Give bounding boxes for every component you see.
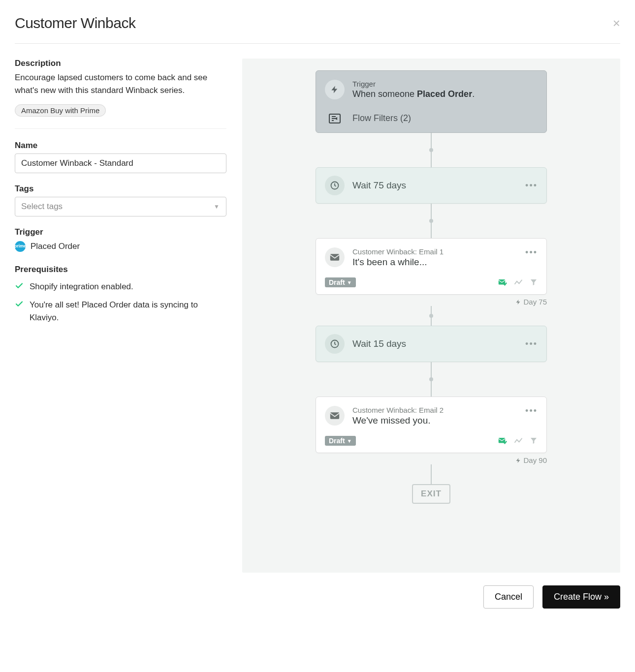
clock-icon bbox=[325, 334, 345, 354]
more-button[interactable]: ••• bbox=[525, 339, 538, 349]
name-field-group: Name bbox=[15, 141, 226, 173]
close-button[interactable]: × bbox=[613, 17, 620, 30]
flow-wait-card[interactable]: Wait 15 days ••• bbox=[316, 326, 547, 362]
wait-label: Wait 75 days bbox=[352, 180, 517, 191]
create-flow-button[interactable]: Create Flow » bbox=[542, 585, 620, 609]
clock-icon bbox=[325, 176, 345, 195]
name-label: Name bbox=[15, 141, 226, 151]
caret-down-icon: ▼ bbox=[347, 438, 352, 444]
more-button[interactable]: ••• bbox=[525, 247, 538, 258]
email-main-label: It's been a while... bbox=[352, 257, 517, 268]
day-tag: Day 90 bbox=[316, 456, 547, 464]
tags-label: Tags bbox=[15, 184, 226, 194]
config-panel: Description Encourage lapsed customers t… bbox=[15, 59, 226, 573]
analytics-icon[interactable] bbox=[514, 437, 523, 445]
description-label: Description bbox=[15, 59, 226, 68]
prime-icon: prime bbox=[15, 241, 26, 252]
lightning-icon bbox=[325, 80, 345, 99]
trigger-main-label: When someone Placed Order. bbox=[352, 89, 475, 99]
smart-send-icon[interactable] bbox=[498, 437, 507, 445]
filter-icon bbox=[325, 114, 345, 123]
prerequisite-item: Shopify integration enabled. bbox=[15, 280, 226, 293]
flow-exit: EXIT bbox=[412, 484, 450, 504]
svg-rect-5 bbox=[330, 254, 339, 260]
check-icon bbox=[15, 300, 24, 308]
tags-select[interactable]: Select tags bbox=[15, 197, 226, 216]
modal-body: Description Encourage lapsed customers t… bbox=[15, 44, 620, 573]
email-icon bbox=[325, 406, 345, 426]
svg-rect-8 bbox=[330, 412, 339, 419]
trigger-label: Trigger bbox=[15, 227, 226, 237]
close-icon: × bbox=[613, 16, 620, 31]
flow-email-card[interactable]: Customer Winback: Email 1 It's been a wh… bbox=[316, 238, 547, 295]
flow-email-card[interactable]: Customer Winback: Email 2 We've missed y… bbox=[316, 397, 547, 453]
smart-send-icon[interactable] bbox=[498, 278, 507, 286]
modal-title: Customer Winback bbox=[15, 15, 135, 31]
prerequisite-text: Shopify integration enabled. bbox=[30, 280, 133, 293]
analytics-icon[interactable] bbox=[514, 278, 523, 286]
connector bbox=[431, 204, 432, 238]
tags-field-group: Tags Select tags ▼ bbox=[15, 184, 226, 216]
modal-footer: Cancel Create Flow » bbox=[15, 585, 620, 609]
name-input[interactable] bbox=[15, 153, 226, 173]
description-text: Encourage lapsed customers to come back … bbox=[15, 71, 226, 97]
divider bbox=[15, 128, 226, 129]
email-card-actions bbox=[498, 437, 538, 445]
email-icon bbox=[325, 247, 345, 267]
prerequisite-text: You're all set! Placed Order data is syn… bbox=[30, 299, 226, 324]
more-button[interactable]: ••• bbox=[525, 406, 538, 416]
flow-filters-label: Flow Filters (2) bbox=[352, 113, 411, 123]
lightning-icon bbox=[515, 299, 521, 305]
flow-wait-card[interactable]: Wait 75 days ••• bbox=[316, 167, 547, 204]
prerequisites-label: Prerequisites bbox=[15, 265, 226, 275]
trigger-section: Trigger prime Placed Order bbox=[15, 227, 226, 252]
more-button[interactable]: ••• bbox=[525, 181, 538, 191]
wait-label: Wait 15 days bbox=[352, 338, 517, 349]
status-badge[interactable]: Draft ▼ bbox=[325, 277, 356, 287]
email-sub-label: Customer Winback: Email 1 bbox=[352, 247, 517, 256]
flow-preview: Trigger When someone Placed Order. Flow … bbox=[242, 59, 620, 573]
check-icon bbox=[15, 281, 24, 290]
funnel-icon[interactable] bbox=[530, 278, 538, 286]
flow-trigger-card[interactable]: Trigger When someone Placed Order. Flow … bbox=[316, 70, 547, 133]
prerequisites-section: Prerequisites Shopify integration enable… bbox=[15, 265, 226, 324]
caret-down-icon: ▼ bbox=[347, 280, 352, 285]
lightning-icon bbox=[515, 458, 521, 463]
connector bbox=[431, 362, 432, 397]
connector bbox=[431, 306, 432, 326]
cancel-button[interactable]: Cancel bbox=[483, 585, 534, 609]
trigger-value: Placed Order bbox=[31, 242, 80, 251]
integration-badge: Amazon Buy with Prime bbox=[15, 104, 106, 117]
modal-header: Customer Winback × bbox=[15, 15, 620, 44]
connector bbox=[431, 133, 432, 167]
prerequisite-item: You're all set! Placed Order data is syn… bbox=[15, 299, 226, 324]
email-main-label: We've missed you. bbox=[352, 415, 517, 426]
connector bbox=[431, 464, 432, 484]
trigger-sub-label: Trigger bbox=[352, 80, 475, 88]
funnel-icon[interactable] bbox=[530, 437, 538, 445]
email-card-actions bbox=[498, 278, 538, 286]
email-sub-label: Customer Winback: Email 2 bbox=[352, 406, 517, 414]
status-badge[interactable]: Draft ▼ bbox=[325, 436, 356, 446]
day-tag: Day 75 bbox=[316, 298, 547, 306]
